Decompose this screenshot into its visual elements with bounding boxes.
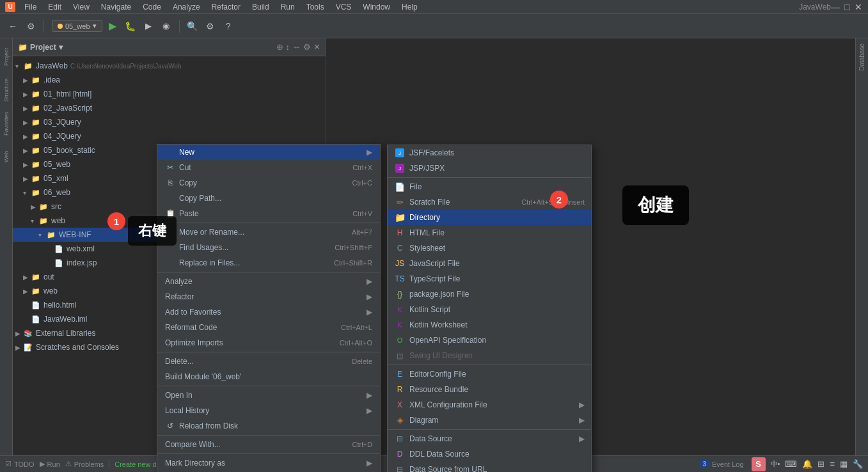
ctx-open-in[interactable]: Open In ▶ (157, 388, 380, 403)
menu-build[interactable]: Build (247, 1, 274, 13)
menu-window[interactable]: Window (358, 1, 395, 13)
ctx-find[interactable]: Find Usages... Ctrl+Shift+F (157, 240, 380, 255)
minimize-button[interactable]: — (831, 3, 840, 12)
tree-item-jquery4[interactable]: ▶ 📁 04_JQuery (13, 129, 326, 143)
sub-ds-url[interactable]: ⊟ Data Source from URL (388, 462, 591, 472)
project-panel-title: 📁 Project ▾ (18, 43, 63, 52)
ctx-analyze[interactable]: Analyze ▶ (157, 274, 380, 289)
copy-icon: ⎘ (165, 178, 175, 187)
app-logo: S (752, 457, 766, 471)
menu-tools[interactable]: Tools (301, 1, 329, 13)
tree-item-html[interactable]: ▶ 📁 01_html [html] (13, 87, 326, 101)
sub-datasource[interactable]: ⊟ Data Source ▶ (388, 431, 591, 446)
debug-button[interactable]: 🐛 (123, 19, 138, 34)
sub-css[interactable]: C Stylesheet (388, 240, 591, 256)
ctx-sep-2 (157, 272, 380, 272)
toolbar-back-button[interactable]: ← (5, 19, 20, 34)
menu-view[interactable]: View (68, 1, 95, 13)
sub-openapi[interactable]: O OpenAPI Specification (388, 333, 591, 348)
ctx-reload[interactable]: ↺ Reload from Disk (157, 418, 380, 434)
jsf-icon: J (394, 148, 406, 158)
sub-jsp[interactable]: J JSP/JSPX (388, 161, 591, 176)
menu-run[interactable]: Run (276, 1, 300, 13)
close-button[interactable]: ✕ (854, 3, 863, 12)
notification-icon[interactable]: 🔔 (802, 459, 812, 469)
sub-kotlin-script[interactable]: K Kotlin Script (388, 302, 591, 317)
sub-directory[interactable]: 📁 Directory (388, 210, 591, 225)
ctx-copy[interactable]: ⎘ Copy Ctrl+C (157, 175, 380, 191)
title-bar: U File Edit View Navigate Code Analyze R… (0, 0, 868, 14)
ctx-copy-path[interactable]: Copy Path... (157, 191, 380, 206)
grid-icon[interactable]: ▦ (840, 459, 848, 469)
ctx-mark-dir[interactable]: Mark Directory as ▶ (157, 455, 380, 471)
project-settings-icon[interactable]: ⚙ (303, 42, 311, 52)
ctx-delete[interactable]: Delete... Delete (157, 354, 380, 369)
run-button[interactable]: ▶ (105, 19, 120, 34)
ctx-replace[interactable]: Replace in Files... Ctrl+Shift+R (157, 255, 380, 271)
layout-icon[interactable]: ⊞ (817, 459, 825, 469)
menu-file[interactable]: File (19, 1, 42, 13)
settings-icon[interactable]: 🔧 (853, 459, 863, 469)
sub-json[interactable]: {} package.json File (388, 287, 591, 302)
toolbar-settings-button[interactable]: ⚙ (203, 19, 218, 34)
sub-editorconfig[interactable]: E EditorConfig File (388, 366, 591, 382)
run-config-selector[interactable]: 05_web ▾ (52, 20, 102, 32)
sub-ddl[interactable]: D DDL Data Source (388, 446, 591, 462)
ctx-build[interactable]: Build Module '06_web' (157, 369, 380, 384)
project-hide-icon[interactable]: ✕ (313, 42, 320, 52)
sub-xml[interactable]: X XML Configuration File ▶ (388, 397, 591, 413)
sidebar-tab-web[interactable]: Web (1, 141, 12, 173)
sub-html[interactable]: H HTML File (388, 225, 591, 240)
coverage-button[interactable]: ▶ (141, 19, 156, 34)
toolbar-help-button[interactable]: ? (221, 19, 236, 34)
sub-kotlin-worksheet[interactable]: K Kotlin Worksheet (388, 317, 591, 333)
run-button-status[interactable]: ▶ Run (40, 460, 60, 468)
event-log-button[interactable]: 3 Event Log (699, 460, 743, 468)
ctx-refactor[interactable]: Refactor ▶ (157, 289, 380, 304)
ctx-paste[interactable]: 📋 Paste Ctrl+V (157, 206, 380, 221)
tree-item-js[interactable]: ▶ 📁 02_JavaScript (13, 101, 326, 115)
ctx-local-history[interactable]: Local History ▶ (157, 403, 380, 418)
todo-button[interactable]: ☑ TODO (5, 460, 35, 468)
sub-ts[interactable]: TS TypeScript File (388, 271, 591, 287)
menu-edit[interactable]: Edit (43, 1, 67, 13)
sub-js[interactable]: JS JavaScript File (388, 256, 591, 271)
tree-root[interactable]: ▾ 📁 JavaWeb C:\Users\lenovo\IdeaProjects… (13, 59, 326, 73)
tooltip-bubble: 创建 (622, 185, 689, 225)
toolbar-search-button[interactable]: 🔍 (185, 19, 200, 34)
menu-help[interactable]: Help (397, 1, 423, 13)
menu-refactor[interactable]: Refactor (207, 1, 246, 13)
ctx-favorites[interactable]: Add to Favorites ▶ (157, 304, 380, 320)
sub-jsf[interactable]: J JSF/Facelets (388, 145, 591, 161)
sub-diagram[interactable]: ◈ Diagram ▶ (388, 413, 591, 428)
menu-analyze[interactable]: Analyze (168, 1, 205, 13)
menu-navigate[interactable]: Navigate (96, 1, 136, 13)
sub-swing[interactable]: ◫ Swing UI Designer (388, 348, 591, 363)
sub-resource[interactable]: R Resource Bundle (388, 382, 591, 397)
maximize-button[interactable]: □ (842, 3, 851, 12)
menu-code[interactable]: Code (138, 1, 166, 13)
sidebar-tab-project[interactable]: Project (1, 41, 12, 73)
sidebar-tab-structure[interactable]: Structure (1, 74, 12, 106)
ctx-cut[interactable]: ✂ Cut Ctrl+X (157, 160, 380, 175)
project-expand-icon[interactable]: ↕ (286, 42, 290, 52)
ctx-optimize[interactable]: Optimize Imports Ctrl+Alt+O (157, 335, 380, 350)
project-locate-icon[interactable]: ⊕ (276, 42, 283, 52)
right-tab-database[interactable]: Database (857, 38, 867, 76)
toolbar-gear-icon[interactable]: ⚙ (23, 19, 38, 34)
keyboard-icon[interactable]: ⌨ (785, 459, 797, 469)
ime-indicator[interactable]: 中• (771, 459, 780, 469)
tree-item-jquery3[interactable]: ▶ 📁 03_JQuery (13, 115, 326, 129)
ctx-compare[interactable]: Compare With... Ctrl+D (157, 437, 380, 452)
project-collapse-icon[interactable]: ↔ (292, 42, 301, 52)
ctx-reformat[interactable]: Reformat Code Ctrl+Alt+L (157, 320, 380, 335)
ctx-new[interactable]: New ▶ (157, 145, 380, 160)
annotation-badge-2: 2 (550, 191, 568, 208)
menu-vcs[interactable]: VCS (331, 1, 357, 13)
menu-icon[interactable]: ≡ (830, 459, 835, 469)
tree-item-idea[interactable]: ▶ 📁 .idea (13, 73, 326, 87)
problems-button[interactable]: ⚠ Problems (65, 460, 104, 468)
profile-button[interactable]: ◉ (159, 19, 174, 34)
ctx-move[interactable]: Move or Rename... Alt+F7 (157, 224, 380, 240)
sidebar-tab-favorites[interactable]: Favorites (1, 107, 12, 139)
